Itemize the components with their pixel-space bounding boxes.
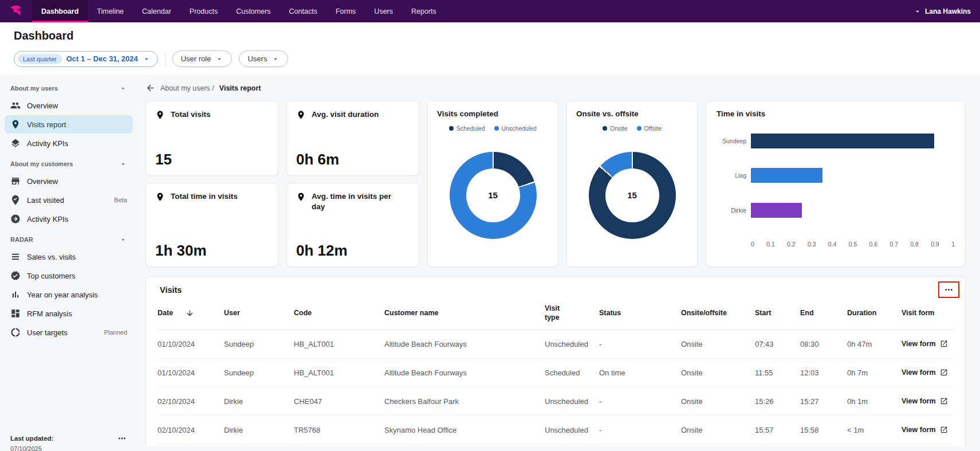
chart-title: Onsite vs. offsite [576,109,688,118]
nav-reports[interactable]: Reports [402,0,446,22]
date-range-filter[interactable]: Last quarter Oct 1 – Dec 31, 2024 [14,51,158,67]
x-tick: 0.2 [787,241,796,248]
sidebar-section-radar[interactable]: RADAR [0,229,137,247]
cell-visit-type: Unscheduled [545,397,599,406]
view-form-link[interactable]: View form [902,340,954,348]
sidebar-item-top-customers[interactable]: Top customers [5,266,133,285]
column-header-duration[interactable]: Duration [847,309,902,317]
app-logo[interactable] [0,0,32,22]
column-header-date[interactable]: Date [158,309,173,317]
more-options-icon[interactable] [117,433,127,444]
nav-users[interactable]: Users [365,0,402,22]
sidebar-item-label: Year on year analysis [27,291,98,299]
nav-contacts[interactable]: Contacts [280,0,326,22]
users-filter[interactable]: Users [239,50,288,67]
main-panel: About my users / Visits report Total vis… [137,75,980,446]
view-form-label: View form [902,397,936,405]
cell-duration: 0h 1m [847,397,902,406]
sidebar-item-activity-kpis-users[interactable]: Activity KPIs [5,134,133,152]
nav-products[interactable]: Products [180,0,227,22]
x-tick: 0.1 [766,241,775,248]
page-title: Dashboard [14,29,966,42]
column-header-onsite-offsite[interactable]: Onsite/offsite [681,309,755,317]
cell-customer: Checkers Balfour Park [384,397,545,406]
bar-category-label: Sundeep [717,138,746,144]
cell-duration: 0h 7m [847,368,902,377]
x-axis: 0 0.1 0.2 0.3 0.4 0.5 0.6 0.7 0.8 0.9 1 [717,237,955,249]
table-row[interactable]: 02/10/2024 Dirkie TR5768 Skynamo Head Of… [158,416,954,445]
legend-label: Offsite [644,125,662,132]
column-header-start[interactable]: Start [755,309,800,317]
sidebar-item-rfm-analysis[interactable]: RFM analysis [5,304,133,323]
legend-dot [603,126,607,131]
sidebar-section-about-my-customers[interactable]: About my customers [0,153,137,171]
visits-completed-card: Visits completed Scheduled Unscheduled 1… [427,101,558,267]
sidebar-item-last-visited[interactable]: Last visited Beta [5,191,133,209]
bar-liag [751,168,822,183]
legend-dot [449,126,454,131]
sidebar-item-activity-kpis-customers[interactable]: Activity KPIs [5,210,133,228]
sort-descending-icon[interactable] [186,309,194,317]
x-tick: 0.9 [931,241,939,248]
sidebar-item-user-targets[interactable]: User targets Planned [5,323,133,342]
view-form-link[interactable]: View form [902,397,954,405]
bar-category-label: Liag [717,172,746,179]
cell-start: 07:43 [755,340,800,348]
view-form-link[interactable]: View form [902,426,954,434]
cell-duration: 0h 47m [847,340,902,348]
chart-legend: Onsite Offsite [576,125,688,132]
table-row[interactable]: 01/10/2024 Sundeep HB_ALT001 Altitude Be… [158,359,954,387]
back-arrow-icon[interactable] [145,83,155,93]
column-header-visit-type[interactable]: Visit type [545,304,570,323]
cell-code: CHE047 [294,397,384,406]
cell-code: TR5768 [294,426,384,434]
view-form-label: View form [902,340,936,348]
column-header-visit-form[interactable]: Visit form [902,309,954,317]
x-tick: 0 [751,241,754,248]
sidebar-item-year-on-year[interactable]: Year on year analysis [5,285,133,304]
cell-end: 08:30 [800,340,847,348]
column-header-customer-name[interactable]: Customer name [384,309,545,317]
cell-status: On time [599,368,681,377]
column-header-code[interactable]: Code [294,309,384,317]
legend-label: Unscheduled [502,125,537,132]
column-header-user[interactable]: User [224,309,294,317]
x-tick: 0.5 [849,241,857,248]
sidebar-section-about-my-users[interactable]: About my users [0,77,137,96]
sidebar-item-sales-vs-visits[interactable]: Sales vs. visits [5,248,133,266]
sidebar: About my users Overview Visits report Ac… [0,75,137,446]
table-row[interactable]: 02/10/2024 Dirkie CHE047 Checkers Balfou… [158,387,954,416]
nav-timeline[interactable]: Timeline [88,0,133,22]
kpi-value: 1h 30m [155,242,207,260]
sidebar-item-label: User targets [27,328,68,337]
quick-range-chip: Last quarter [18,54,62,64]
cell-customer: Altitude Beach Fourways [384,340,545,348]
beta-badge: Beta [114,197,127,203]
sidebar-item-overview-users[interactable]: Overview [5,96,133,115]
section-title-label: RADAR [10,236,33,243]
people-icon [10,100,21,111]
sidebar-item-overview-customers[interactable]: Overview [5,172,133,190]
legend-dot [494,126,499,131]
user-menu[interactable]: Lana Hawkins [914,0,980,22]
cell-date: 02/10/2024 [158,397,224,406]
user-role-filter[interactable]: User role [172,50,233,67]
cell-visit-type: Unscheduled [545,426,599,434]
legend-dot [637,126,641,131]
nav-calendar[interactable]: Calendar [133,0,180,22]
visits-table-card: Visits Date User Code Customer name Visi… [145,276,966,446]
sidebar-item-visits-report[interactable]: Visits report [5,115,133,134]
donut-center-value: 15 [488,190,498,200]
breadcrumb-parent[interactable]: About my users / [160,84,214,92]
storefront-icon [10,176,21,186]
nav-customers[interactable]: Customers [227,0,280,22]
column-header-end[interactable]: End [800,309,847,317]
legend-label: Onsite [610,125,627,132]
target-icon [10,327,21,338]
nav-forms[interactable]: Forms [326,0,365,22]
table-row[interactable]: 01/10/2024 Sundeep HB_ALT001 Altitude Be… [158,330,954,359]
view-form-link[interactable]: View form [902,368,954,377]
nav-dashboard[interactable]: Dashboard [32,0,88,22]
column-header-status[interactable]: Status [599,309,681,317]
table-more-options-button[interactable] [943,284,954,295]
